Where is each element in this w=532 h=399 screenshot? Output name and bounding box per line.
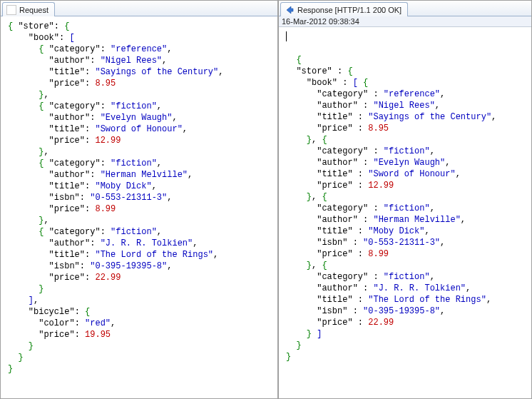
- request-tab-row: Request: [1, 1, 277, 16]
- response-pane: Response [HTTP/1.1 200 OK] 16-Mar-2012 0…: [278, 0, 532, 399]
- text-cursor: [286, 31, 287, 41]
- response-editor[interactable]: { "store" : { "book" : [ { "category" : …: [279, 27, 531, 398]
- blank-icon: [6, 5, 16, 15]
- arrow-left-icon: [285, 5, 295, 15]
- request-pane: Request { "store": { "book": [ { "catego…: [0, 0, 278, 399]
- response-timestamp: 16-Mar-2012 09:38:34: [279, 16, 531, 27]
- response-tab-row: Response [HTTP/1.1 200 OK]: [279, 1, 531, 16]
- request-tab[interactable]: Request: [2, 2, 55, 16]
- request-tab-label: Request: [19, 6, 48, 14]
- response-tab[interactable]: Response [HTTP/1.1 200 OK]: [280, 2, 408, 16]
- response-tab-label: Response [HTTP/1.1 200 OK]: [297, 6, 401, 14]
- request-editor[interactable]: { "store": { "book": [ { "category": "re…: [1, 16, 277, 398]
